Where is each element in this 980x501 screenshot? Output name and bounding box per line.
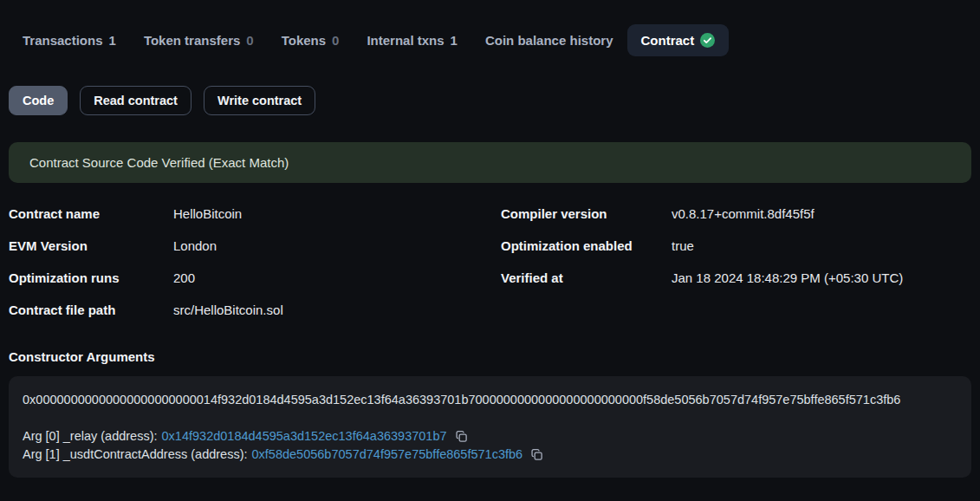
info-label: Contract name (9, 206, 173, 221)
info-value: HelloBitcoin (173, 206, 242, 221)
contract-info-grid: Contract name HelloBitcoin EVM Version L… (9, 198, 971, 326)
info-label: Verified at (501, 270, 672, 285)
arg-label: Arg [0] _relay (address): (23, 427, 158, 446)
copy-icon[interactable] (455, 430, 468, 443)
tab-coin-balance-history[interactable]: Coin balance history (471, 24, 627, 56)
tab-contract[interactable]: Contract (627, 24, 730, 56)
info-row-optimization-runs: Optimization runs 200 (9, 262, 501, 294)
arg-address-link[interactable]: 0xf58de5056b7057d74f957e75bffe865f571c3f… (252, 446, 523, 464)
tab-tokens[interactable]: Tokens 0 (268, 24, 354, 56)
constructor-raw-hex: 0x00000000000000000000000014f932d0184d45… (23, 392, 957, 408)
tab-label: Contract (641, 32, 695, 49)
tab-label: Coin balance history (485, 32, 613, 49)
tab-label: Tokens (282, 32, 326, 49)
constructor-arguments-block: 0x00000000000000000000000014f932d0184d45… (9, 376, 971, 478)
constructor-arguments-heading: Constructor Arguments (9, 349, 971, 364)
arg-label: Arg [1] _usdtContractAddress (address): (23, 446, 248, 464)
tab-internal-txns[interactable]: Internal txns 1 (353, 24, 471, 56)
tab-count: 1 (109, 32, 116, 49)
verified-banner: Contract Source Code Verified (Exact Mat… (9, 142, 971, 183)
contract-subtabs: Code Read contract Write contract (9, 86, 971, 115)
info-value: Jan 18 2024 18:48:29 PM (+05:30 UTC) (672, 270, 903, 285)
info-value: 200 (173, 270, 195, 285)
constructor-args-list: Arg [0] _relay (address): 0x14f932d0184d… (23, 427, 957, 464)
info-label: Optimization enabled (501, 238, 672, 253)
info-row-optimization-enabled: Optimization enabled true (501, 230, 971, 262)
write-contract-button[interactable]: Write contract (204, 86, 315, 115)
info-value: true (672, 238, 694, 253)
info-row-verified-at: Verified at Jan 18 2024 18:48:29 PM (+05… (501, 262, 971, 294)
info-column-left: Contract name HelloBitcoin EVM Version L… (9, 198, 501, 326)
info-row-contract-file-path: Contract file path src/HelloBitcoin.sol (9, 294, 501, 326)
info-label: Contract file path (9, 303, 173, 317)
info-row-contract-name: Contract name HelloBitcoin (9, 198, 501, 230)
info-column-right: Compiler version v0.8.17+commit.8df45f5f… (501, 198, 971, 326)
info-label: Optimization runs (9, 270, 173, 285)
info-label: Compiler version (501, 206, 672, 221)
constructor-arg-row: Arg [1] _usdtContractAddress (address): … (23, 446, 957, 464)
tab-bar: Transactions 1 Token transfers 0 Tokens … (9, 24, 971, 56)
arg-address-link[interactable]: 0x14f932d0184d4595a3d152ec13f64a36393701… (162, 427, 447, 446)
read-contract-button[interactable]: Read contract (80, 86, 191, 115)
info-value: src/HelloBitcoin.sol (173, 303, 283, 317)
tab-label: Token transfers (144, 32, 240, 49)
info-value: London (173, 238, 217, 253)
info-row-compiler-version: Compiler version v0.8.17+commit.8df45f5f (501, 198, 971, 230)
code-tab-button[interactable]: Code (9, 86, 68, 115)
info-label: EVM Version (9, 238, 173, 253)
info-value: v0.8.17+commit.8df45f5f (672, 206, 815, 221)
tab-count: 1 (451, 32, 458, 49)
tab-count: 0 (246, 32, 253, 49)
verified-check-icon (700, 33, 715, 48)
verified-banner-text: Contract Source Code Verified (Exact Mat… (29, 155, 289, 170)
tab-token-transfers[interactable]: Token transfers 0 (130, 24, 268, 56)
tab-transactions[interactable]: Transactions 1 (9, 24, 130, 56)
tab-count: 0 (332, 32, 339, 49)
contract-page: Transactions 1 Token transfers 0 Tokens … (0, 24, 980, 478)
info-row-evm-version: EVM Version London (9, 230, 501, 262)
copy-icon[interactable] (530, 448, 543, 461)
tab-label: Transactions (23, 32, 103, 49)
tab-label: Internal txns (367, 32, 444, 49)
constructor-arg-row: Arg [0] _relay (address): 0x14f932d0184d… (23, 427, 957, 446)
